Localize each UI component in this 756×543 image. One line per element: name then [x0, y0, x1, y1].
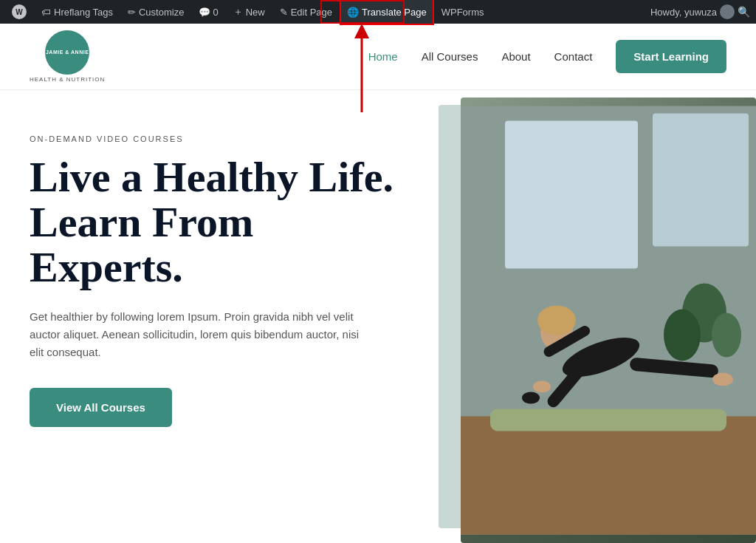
svg-rect-5 — [461, 417, 756, 535]
view-all-courses-button[interactable]: View All Courses — [30, 388, 172, 427]
hero-title: Live a Healthy Life. Learn From Experts. — [30, 155, 409, 290]
customize-menu[interactable]: ✏ Customize — [122, 0, 190, 24]
translate-page-menu[interactable]: 🌐 Translate Page — [341, 0, 433, 24]
svg-point-16 — [533, 381, 551, 393]
svg-point-8 — [712, 313, 741, 358]
nav-home[interactable]: Home — [368, 50, 398, 63]
site-header: JAMIE & ANNIE HEALTH & NUTRITION Home Al… — [0, 24, 756, 90]
svg-point-17 — [712, 373, 733, 386]
wordpress-logo-icon: W — [12, 4, 27, 19]
svg-point-12 — [537, 306, 576, 335]
translate-icon: 🌐 — [347, 7, 359, 18]
hero-content: ON-DEMAND VIDEO COURSES Live a Healthy L… — [0, 90, 439, 543]
svg-rect-6 — [490, 409, 726, 431]
svg-rect-3 — [505, 121, 638, 269]
wp-logo-button[interactable]: W — [6, 0, 32, 24]
logo-circle: JAMIE & ANNIE — [45, 30, 89, 75]
new-menu[interactable]: ＋ New — [227, 0, 271, 24]
brush-icon: ✏ — [128, 7, 136, 18]
main-nav: Home All Courses About Contact Start Lea… — [368, 40, 726, 73]
wpforms-menu[interactable]: WPForms — [436, 0, 490, 24]
comment-icon: 💬 — [199, 7, 210, 18]
yoga-hero-image — [461, 98, 756, 543]
search-icon[interactable]: 🔍 — [738, 6, 750, 18]
tag-icon: 🏷 — [41, 7, 51, 18]
hero-subtitle: ON-DEMAND VIDEO COURSES — [30, 134, 409, 143]
hero-description: Get healthier by following lorem Ipsum. … — [30, 308, 369, 361]
pencil-icon: ✎ — [280, 7, 288, 18]
logo-tagline: HEALTH & NUTRITION — [30, 76, 105, 83]
nav-contact[interactable]: Contact — [554, 50, 593, 63]
yoga-figure-svg — [461, 98, 756, 543]
hreflang-tags-menu[interactable]: 🏷 Hreflang Tags — [35, 0, 119, 24]
user-avatar[interactable] — [720, 4, 735, 19]
logo-text: JAMIE & ANNIE — [46, 49, 89, 55]
svg-point-9 — [664, 310, 701, 361]
hero-image-area — [439, 90, 756, 543]
nav-all-courses[interactable]: All Courses — [422, 50, 478, 63]
hero-section: ON-DEMAND VIDEO COURSES Live a Healthy L… — [0, 90, 756, 543]
comments-menu[interactable]: 💬 0 — [193, 0, 224, 24]
svg-point-18 — [522, 392, 540, 404]
nav-about[interactable]: About — [501, 50, 530, 63]
admin-bar-right: Howdy, yuwuza 🔍 — [650, 4, 750, 19]
site-logo[interactable]: JAMIE & ANNIE HEALTH & NUTRITION — [30, 30, 105, 83]
plus-icon: ＋ — [233, 5, 243, 18]
edit-page-menu[interactable]: ✎ Edit Page — [274, 0, 338, 24]
start-learning-button[interactable]: Start Learning — [616, 40, 726, 73]
svg-rect-4 — [653, 114, 749, 247]
admin-bar: W 🏷 Hreflang Tags ✏ Customize 💬 0 ＋ New … — [0, 0, 756, 24]
